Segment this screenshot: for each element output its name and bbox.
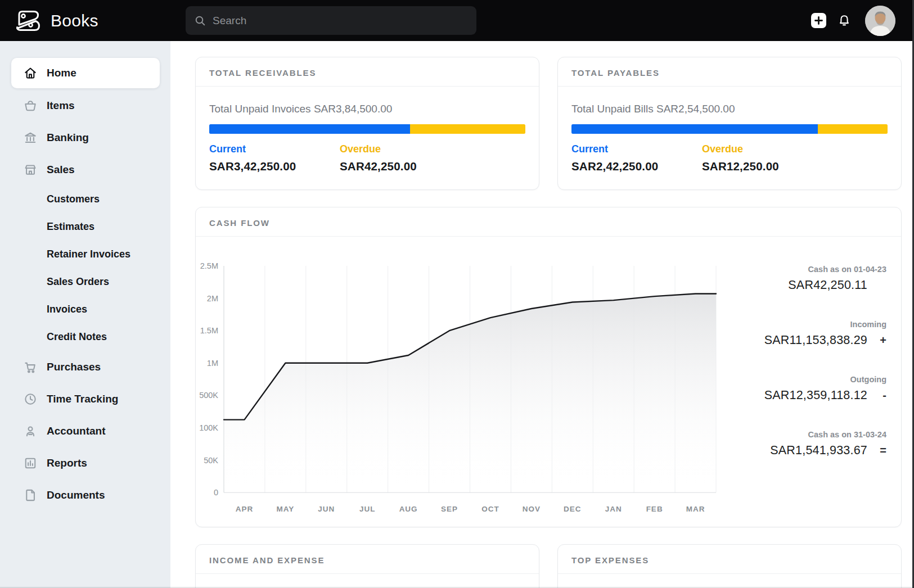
sidebar-item-label: Home bbox=[47, 67, 76, 79]
svg-text:MAY: MAY bbox=[276, 505, 294, 513]
search-input[interactable]: Search bbox=[186, 6, 476, 35]
payables-current-label: Current bbox=[571, 143, 702, 155]
sidebar-item-reports[interactable]: Reports bbox=[0, 447, 170, 479]
receivables-overdue-value: SAR42,250.00 bbox=[340, 160, 470, 173]
svg-text:100K: 100K bbox=[199, 423, 218, 432]
person-icon bbox=[22, 423, 38, 438]
basket-icon bbox=[22, 98, 38, 113]
svg-text:1M: 1M bbox=[207, 359, 218, 368]
svg-text:NOV: NOV bbox=[523, 505, 541, 513]
top-expenses-card: TOP EXPENSES bbox=[557, 544, 902, 588]
svg-text:OCT: OCT bbox=[481, 505, 499, 513]
sidebar-item-accountant[interactable]: Accountant bbox=[0, 415, 170, 447]
receivables-overdue-label: Overdue bbox=[340, 143, 470, 155]
top-bar: Books Search bbox=[0, 0, 914, 41]
svg-text:FEB: FEB bbox=[646, 505, 663, 513]
bank-icon bbox=[22, 130, 38, 145]
sidebar-item-sales[interactable]: Sales bbox=[0, 153, 170, 186]
sidebar-item-label: Credit Notes bbox=[47, 331, 107, 343]
total-payables-card: TOTAL PAYABLES Total Unpaid Bills SAR2,5… bbox=[557, 57, 902, 190]
cash-flow-stats: Cash as on 01-04-23 SAR42,250.11 Incomin… bbox=[736, 237, 901, 521]
svg-text:1.5M: 1.5M bbox=[200, 326, 218, 335]
cart-icon bbox=[22, 359, 38, 374]
stat-value: SAR42,250.11 bbox=[788, 278, 867, 292]
store-icon bbox=[22, 162, 38, 177]
sidebar-item-label: Sales Orders bbox=[47, 276, 109, 288]
sidebar-item-sales-orders[interactable]: Sales Orders bbox=[0, 268, 170, 296]
bell-icon bbox=[837, 13, 852, 28]
sidebar-item-retainer-invoices[interactable]: Retainer Invoices bbox=[0, 241, 170, 268]
cash-flow-stat-incoming: Incoming SAR11,153,838.29 + bbox=[736, 320, 886, 347]
svg-text:APR: APR bbox=[236, 505, 254, 513]
payables-card-title: TOTAL PAYABLES bbox=[558, 57, 901, 87]
receivables-progress-bar bbox=[209, 124, 525, 134]
sidebar-item-label: Documents bbox=[47, 489, 105, 501]
svg-text:JAN: JAN bbox=[605, 505, 622, 513]
svg-text:JUN: JUN bbox=[318, 505, 335, 513]
app-logo[interactable]: Books bbox=[15, 0, 98, 41]
sidebar-item-label: Estimates bbox=[47, 221, 94, 233]
stat-value: SAR1,541,933.67 bbox=[770, 444, 867, 458]
cash-flow-stat-cash-as-on-31-03-24: Cash as on 31-03-24 SAR1,541,933.67 = bbox=[736, 430, 886, 458]
sidebar-item-home[interactable]: Home bbox=[11, 58, 160, 88]
sidebar-item-banking[interactable]: Banking bbox=[0, 121, 170, 153]
cash-flow-card-title: CASH FLOW bbox=[196, 207, 901, 237]
sidebar-item-label: Items bbox=[47, 99, 75, 112]
sidebar-item-time-tracking[interactable]: Time Tracking bbox=[0, 383, 170, 415]
svg-text:SEP: SEP bbox=[441, 505, 458, 513]
payables-progress-bar bbox=[571, 124, 888, 134]
svg-text:DEC: DEC bbox=[564, 505, 582, 513]
stat-operator: - bbox=[867, 389, 886, 402]
stat-operator: + bbox=[867, 334, 886, 347]
income-and-expense-card: INCOME AND EXPENSE bbox=[195, 544, 539, 588]
sidebar-nav: Home Items Banking Sales Customers Estim… bbox=[0, 41, 170, 588]
books-logo-icon bbox=[15, 10, 41, 32]
sidebar-item-label: Time Tracking bbox=[47, 393, 118, 405]
receivables-card-title: TOTAL RECEIVABLES bbox=[196, 57, 539, 87]
sidebar-item-items[interactable]: Items bbox=[0, 89, 170, 121]
document-icon bbox=[22, 487, 38, 503]
cash-flow-stat-cash-as-on-01-04-23: Cash as on 01-04-23 SAR42,250.11 bbox=[736, 265, 886, 292]
sidebar-item-documents[interactable]: Documents bbox=[0, 479, 170, 511]
payables-overdue-segment bbox=[818, 124, 888, 134]
notifications-button[interactable] bbox=[837, 13, 852, 28]
quick-create-button[interactable] bbox=[811, 13, 826, 28]
payables-overdue-label: Overdue bbox=[702, 143, 832, 155]
top-expenses-title: TOP EXPENSES bbox=[558, 545, 901, 574]
topbar-actions bbox=[811, 0, 895, 41]
stat-value: SAR12,359,118.12 bbox=[764, 388, 867, 402]
cash-flow-stat-outgoing: Outgoing SAR12,359,118.12 - bbox=[736, 375, 886, 402]
sidebar-item-invoices[interactable]: Invoices bbox=[0, 296, 170, 323]
sidebar-item-label: Accountant bbox=[47, 425, 106, 437]
svg-text:JUL: JUL bbox=[359, 505, 376, 513]
payables-current-value: SAR2,42,250.00 bbox=[571, 160, 702, 173]
receivables-overdue-segment bbox=[410, 124, 525, 134]
payables-summary: Total Unpaid Bills SAR2,54,500.00 bbox=[571, 103, 888, 115]
payables-overdue-value: SAR12,250.00 bbox=[702, 160, 832, 173]
sidebar-item-label: Reports bbox=[47, 457, 87, 469]
svg-text:MAR: MAR bbox=[686, 505, 705, 513]
svg-text:500K: 500K bbox=[199, 391, 218, 400]
payables-current-segment bbox=[571, 124, 818, 134]
stat-label: Cash as on 31-03-24 bbox=[736, 430, 886, 439]
clock-icon bbox=[22, 391, 38, 406]
receivables-current-value: SAR3,42,250.00 bbox=[209, 160, 340, 173]
sidebar-item-label: Customers bbox=[47, 193, 100, 205]
sidebar-item-customers[interactable]: Customers bbox=[0, 186, 170, 213]
main-content: TOTAL RECEIVABLES Total Unpaid Invoices … bbox=[170, 41, 914, 588]
plus-icon bbox=[814, 16, 823, 25]
cash-flow-chart: 2.5M2M1.5M1M500K100K50K0APRMAYJUNJULAUGS… bbox=[196, 237, 736, 521]
bar-chart-icon bbox=[22, 455, 38, 471]
receivables-summary: Total Unpaid Invoices SAR3,84,500.00 bbox=[209, 103, 525, 115]
stat-operator: = bbox=[867, 444, 886, 457]
sidebar-item-label: Banking bbox=[47, 132, 89, 144]
user-avatar[interactable] bbox=[865, 6, 895, 36]
sidebar-item-estimates[interactable]: Estimates bbox=[0, 213, 170, 241]
sidebar-item-purchases[interactable]: Purchases bbox=[0, 351, 170, 383]
stat-label: Cash as on 01-04-23 bbox=[736, 265, 886, 274]
sidebar-item-credit-notes[interactable]: Credit Notes bbox=[0, 323, 170, 351]
sidebar-item-label: Invoices bbox=[47, 304, 87, 315]
home-icon bbox=[22, 66, 38, 81]
svg-text:50K: 50K bbox=[204, 456, 218, 465]
svg-text:AUG: AUG bbox=[399, 505, 418, 513]
